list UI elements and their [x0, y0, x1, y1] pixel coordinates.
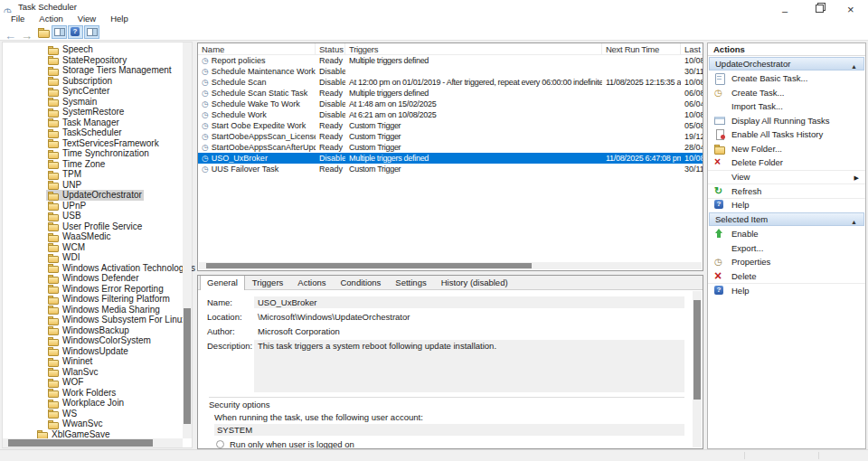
- tree-folder-item[interactable]: WlanSvc: [46, 367, 99, 378]
- action-item[interactable]: Delete: [708, 269, 865, 284]
- tree-folder-item[interactable]: SyncCenter: [46, 86, 111, 97]
- action-item[interactable]: Refresh: [708, 183, 865, 198]
- table-row[interactable]: Report policies Ready Multiple triggers …: [198, 55, 703, 66]
- toolbar-button[interactable]: [52, 25, 67, 39]
- tree-folder-item[interactable]: WS: [46, 409, 79, 419]
- tree-folder-item[interactable]: WDI: [46, 252, 81, 263]
- tree-folder-item[interactable]: Workplace Join: [46, 398, 126, 409]
- tree-folder-item[interactable]: WindowsColorSystem: [46, 335, 153, 346]
- tree-folder-item[interactable]: UPnP: [46, 201, 88, 212]
- action-item[interactable]: Display All Running Tasks: [708, 114, 865, 128]
- action-item[interactable]: Import Task...: [708, 99, 865, 114]
- table-row[interactable]: UUS Failover Task Ready Custom Trigger 3…: [198, 164, 703, 174]
- tree-horizontal-scrollbar[interactable]: [3, 438, 183, 447]
- tree-folder-item[interactable]: USB: [46, 211, 83, 221]
- actions-group-header-updateorchestrator[interactable]: UpdateOrchestrator: [709, 57, 864, 71]
- scrollbar-thumb[interactable]: [8, 439, 153, 447]
- run-only-logged-on-radio[interactable]: [216, 440, 224, 448]
- tree-folder-item[interactable]: TPM: [46, 169, 83, 180]
- table-row[interactable]: USO_UxBroker Disabled Multiple triggers …: [198, 153, 703, 164]
- action-item[interactable]: View: [708, 170, 865, 184]
- tree-folder-item[interactable]: Storage Tiers Management: [46, 65, 174, 76]
- scrollbar-thumb[interactable]: [693, 300, 701, 400]
- actions-group-header-selected-item[interactable]: Selected Item: [709, 212, 864, 226]
- action-item[interactable]: Export...: [708, 241, 865, 256]
- action-item[interactable]: Properties: [708, 255, 865, 269]
- table-row[interactable]: Schedule Maintenance Work Disabled 30/11…: [198, 66, 703, 77]
- table-row[interactable]: StartOobeAppsScan_LicenseAccept... Ready…: [198, 131, 703, 142]
- details-tab[interactable]: Settings: [388, 275, 433, 289]
- tree-folder-item[interactable]: WaaSMedic: [46, 231, 113, 242]
- toolbar-button[interactable]: [35, 25, 51, 39]
- action-item[interactable]: New Folder...: [708, 142, 865, 156]
- action-item[interactable]: Help: [708, 198, 865, 212]
- scrollbar-thumb[interactable]: [184, 308, 191, 424]
- tree-folder-item[interactable]: UNP: [46, 180, 83, 191]
- tree-folder-item[interactable]: WOF: [46, 377, 85, 388]
- task-list-horizontal-scrollbar[interactable]: [199, 262, 702, 269]
- menu-item[interactable]: Action: [32, 14, 70, 24]
- details-tab[interactable]: General: [200, 275, 245, 290]
- tree-folder-item[interactable]: WindowsBackup: [46, 325, 131, 336]
- details-tab[interactable]: History (disabled): [434, 275, 515, 289]
- details-tab[interactable]: Actions: [290, 275, 333, 289]
- table-row[interactable]: Schedule Scan Static Task Ready Multiple…: [198, 88, 703, 99]
- column-header-triggers[interactable]: Triggers: [345, 43, 602, 54]
- column-header-name[interactable]: Name: [198, 43, 316, 54]
- tree-folder-item[interactable]: User Profile Service: [46, 221, 144, 232]
- tree-folder-item[interactable]: Time Synchronization: [46, 148, 151, 159]
- menu-item[interactable]: Help: [103, 14, 136, 24]
- toolbar-button[interactable]: [19, 25, 34, 39]
- tree-folder-item[interactable]: Windows Filtering Platform: [46, 294, 172, 305]
- toolbar-button[interactable]: [84, 25, 99, 39]
- action-item[interactable]: Enable: [708, 227, 865, 241]
- action-item[interactable]: Delete Folder: [708, 155, 865, 170]
- table-row[interactable]: Schedule Scan Disabled At 12:00 pm on 01…: [198, 77, 703, 88]
- action-item[interactable]: Help: [708, 283, 865, 297]
- column-header-status[interactable]: Status: [316, 43, 345, 54]
- scrollbar-thumb[interactable]: [206, 263, 532, 268]
- tree-folder-item[interactable]: Subscription: [46, 76, 114, 87]
- column-header-last-run-time[interactable]: Last Run Time: [681, 43, 703, 54]
- tree-folder-item[interactable]: Work Folders: [46, 388, 118, 399]
- tree-vertical-scrollbar[interactable]: [183, 42, 192, 438]
- action-item[interactable]: Create Basic Task...: [708, 71, 865, 86]
- tree-folder-item[interactable]: Windows Media Sharing: [46, 305, 162, 315]
- tree-folder-item[interactable]: UpdateOrchestrator: [46, 190, 144, 201]
- tree-folder-item[interactable]: WindowsUpdate: [46, 346, 130, 357]
- tree-folder-item[interactable]: TaskScheduler: [46, 127, 124, 138]
- table-row[interactable]: Start Oobe Expedite Work Ready Custom Tr…: [198, 120, 703, 131]
- tree-folder-item[interactable]: Windows Subsystem For Linux: [46, 315, 188, 325]
- window-control-button[interactable]: [803, 0, 835, 13]
- toolbar-button[interactable]: [68, 25, 83, 39]
- table-row[interactable]: Schedule Wake To Work Disabled At 1:48 a…: [198, 99, 703, 109]
- toolbar-button[interactable]: [3, 25, 18, 39]
- menu-item[interactable]: View: [71, 14, 103, 24]
- tree-folder-item[interactable]: Speech: [46, 44, 95, 55]
- tree-folder-item[interactable]: Windows Defender: [46, 273, 140, 284]
- tree-folder-item[interactable]: Windows Activation Technologies: [46, 263, 197, 274]
- details-vertical-scrollbar[interactable]: [693, 291, 702, 447]
- details-tab[interactable]: Triggers: [245, 275, 291, 289]
- action-item[interactable]: Create Task...: [708, 86, 865, 100]
- tree-folder-item[interactable]: TextServicesFramework: [46, 138, 161, 149]
- folder-icon: [48, 201, 59, 210]
- details-tab[interactable]: Conditions: [333, 275, 388, 289]
- window-control-button[interactable]: [835, 0, 868, 13]
- menu-item[interactable]: File: [4, 14, 32, 24]
- tree-folder-item[interactable]: WwanSvc: [46, 419, 104, 429]
- table-row[interactable]: StartOobeAppsScanAfterUpdate Ready Custo…: [198, 142, 703, 153]
- tree-folder-label: SyncCenter: [62, 86, 109, 96]
- tree-folder-item[interactable]: Wininet: [46, 356, 94, 367]
- tree-folder-item[interactable]: Sysmain: [46, 97, 99, 108]
- tree-folder-item[interactable]: SystemRestore: [46, 107, 126, 118]
- tree-folder-item[interactable]: Time Zone: [46, 159, 107, 170]
- table-row[interactable]: Schedule Work Disabled At 6:21 am on 10/…: [198, 109, 703, 120]
- tree-folder-item[interactable]: WCM: [46, 242, 87, 253]
- tree-folder-item[interactable]: StateRepository: [46, 55, 128, 66]
- tree-folder-item[interactable]: Windows Error Reporting: [46, 284, 165, 295]
- column-header-next-run-time[interactable]: Next Run Time: [602, 43, 681, 54]
- action-item[interactable]: Enable All Tasks History: [708, 127, 865, 142]
- tree-folder-item[interactable]: Task Manager: [46, 118, 121, 128]
- window-control-button[interactable]: [770, 0, 803, 13]
